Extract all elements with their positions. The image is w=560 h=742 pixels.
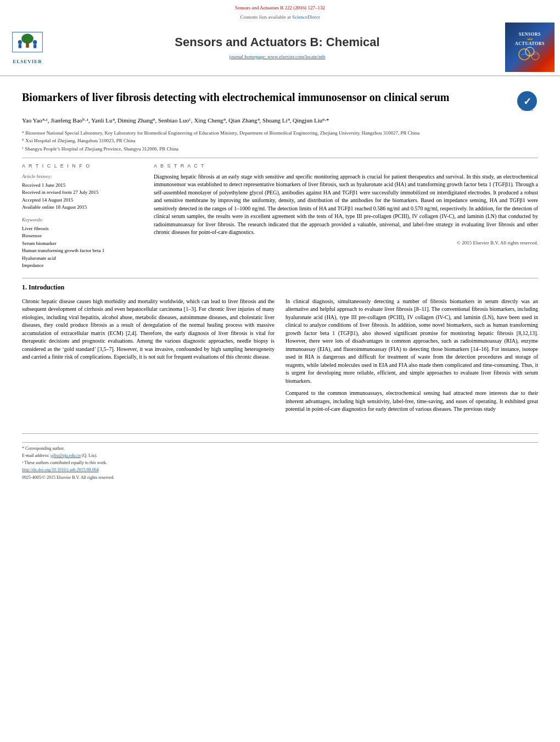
journal-title-block: Sensors and Actuators B: Chemical journa… xyxy=(49,34,505,60)
journal-title: Sensors and Actuators B: Chemical xyxy=(49,34,505,51)
contents-available: Contents lists available at ScienceDirec… xyxy=(0,14,560,21)
svg-point-6 xyxy=(33,40,37,44)
sensors-actuators-logo: SENSORS and ACTUATORS xyxy=(505,23,555,72)
svg-rect-3 xyxy=(26,43,29,48)
article-info-col: A R T I C L E I N F O Article history: R… xyxy=(22,163,143,270)
divider-1 xyxy=(22,158,538,158)
keyword-3: Human transforming growth factor beta 1 xyxy=(22,247,143,254)
authors-text: Yao Yaoᵃ·¹, Jianfeng Baoᵇ·¹, Yanli Luᵃ, … xyxy=(22,117,329,124)
received-1: Received 1 June 2015 xyxy=(22,182,143,189)
content-area: Biomarkers of liver fibrosis detecting w… xyxy=(0,76,560,429)
email-label: E-mail address: xyxy=(22,453,49,458)
intro-left-text: Chronic hepatic disease causes high morb… xyxy=(22,298,275,361)
doi-link[interactable]: http://dx.doi.org/10.1016/j.snb.2015.08.… xyxy=(22,467,99,472)
journal-header-main: ELSEVIER Sensors and Actuators B: Chemic… xyxy=(0,23,560,72)
keywords-label: Keywords: xyxy=(22,216,143,224)
journal-citation-text: Sensors and Actuators B 222 (2016) 127–1… xyxy=(235,5,325,10)
keyword-4: Hyaluronate acid xyxy=(22,255,143,262)
elsevier-text: ELSEVIER xyxy=(13,58,42,65)
abstract-col: A B S T R A C T Diagnosing hepatic fibro… xyxy=(154,163,538,270)
email-note: E-mail address: qjliu@zju.edu.cn (Q. Liu… xyxy=(22,453,538,459)
affiliation-b: ᵇ Xxi Hospital of Zhejiang, Hangzhou 310… xyxy=(22,137,538,144)
doi-line: http://dx.doi.org/10.1016/j.snb.2015.08.… xyxy=(22,467,538,473)
keyword-2: Serum biomarker xyxy=(22,240,143,247)
elsevier-logo-svg xyxy=(8,30,47,57)
intro-right-text-1: In clinical diagnosis, simultaneously de… xyxy=(285,298,538,386)
article-info-abstract-section: A R T I C L E I N F O Article history: R… xyxy=(22,163,538,270)
abstract-label: A B S T R A C T xyxy=(154,163,538,170)
journal-homepage[interactable]: journal homepage: www.elsevier.com/locat… xyxy=(49,53,505,60)
elsevier-logo: ELSEVIER xyxy=(5,30,49,65)
svg-point-11 xyxy=(531,52,539,60)
sciencedirect-link[interactable]: ScienceDirect xyxy=(292,14,320,20)
intro-right-text-2: Compared to the common immunoassays, ele… xyxy=(285,389,538,414)
affiliation-a: ᵃ Biosensor National Special Laboratory,… xyxy=(22,130,538,137)
received-revised: Received in revised form 27 July 2015 xyxy=(22,189,143,196)
crossmark-icon: ✓ CrossMark xyxy=(516,90,538,112)
keyword-0: Liver fibrosis xyxy=(22,225,143,232)
body-left-col: Chronic hepatic disease causes high morb… xyxy=(22,298,275,418)
sensors-logo-sensors: SENSORS xyxy=(519,32,541,37)
svg-point-2 xyxy=(21,34,33,43)
sensors-logo-graphic xyxy=(516,46,544,63)
page-footer: * Corresponding author. E-mail address: … xyxy=(22,442,538,481)
svg-point-4 xyxy=(18,40,22,44)
svg-rect-5 xyxy=(19,44,21,48)
footer-area: * Corresponding author. E-mail address: … xyxy=(0,433,560,493)
authors: Yao Yaoᵃ·¹, Jianfeng Baoᵇ·¹, Yanli Luᵃ, … xyxy=(22,116,538,125)
svg-rect-7 xyxy=(33,44,36,48)
body-right-col: In clinical diagnosis, simultaneously de… xyxy=(285,298,538,418)
history-label: Article history: xyxy=(22,173,143,180)
email-name: (Q. Liu). xyxy=(82,453,97,458)
affiliation-c: ᶜ Shangyu People’s Hospital of Zhejiang … xyxy=(22,146,538,153)
abstract-text: Diagnosing hepatic fibrosis at an early … xyxy=(154,173,538,237)
article-info-label: A R T I C L E I N F O xyxy=(22,163,143,170)
accepted: Accepted 14 August 2015 xyxy=(22,197,143,204)
body-two-col: Chronic hepatic disease causes high morb… xyxy=(22,298,538,418)
footer-divider xyxy=(22,433,538,434)
sensors-logo-actuators: ACTUATORS xyxy=(515,41,545,47)
issn-line: 0925-4005/© 2015 Elsevier B.V. All right… xyxy=(22,475,538,481)
section1-heading: 1. Introduction xyxy=(22,283,538,292)
keyword-5: Impedance xyxy=(22,262,143,269)
journal-citation: Sensors and Actuators B 222 (2016) 127–1… xyxy=(0,4,560,12)
article-title-section: Biomarkers of liver fibrosis detecting w… xyxy=(22,90,538,112)
journal-header: Sensors and Actuators B 222 (2016) 127–1… xyxy=(0,0,560,76)
svg-text:CrossMark: CrossMark xyxy=(521,109,534,111)
keyword-1: Biosensor xyxy=(22,232,143,239)
svg-text:✓: ✓ xyxy=(523,96,531,107)
copyright: © 2015 Elsevier B.V. All rights reserved… xyxy=(154,239,538,247)
article-title: Biomarkers of liver fibrosis detecting w… xyxy=(22,90,511,104)
author-email[interactable]: qjliu@zju.edu.cn xyxy=(51,453,81,458)
corresponding-text: * Corresponding author. xyxy=(22,446,65,451)
corresponding-note: * Corresponding author. xyxy=(22,445,538,451)
affiliations: ᵃ Biosensor National Special Laboratory,… xyxy=(22,130,538,153)
available-online: Available online 18 August 2015 xyxy=(22,204,143,211)
divider-2 xyxy=(22,278,538,278)
footnote-1: ¹ These authors contributed equally to t… xyxy=(22,460,538,466)
sensors-logo-and: and xyxy=(527,37,533,41)
